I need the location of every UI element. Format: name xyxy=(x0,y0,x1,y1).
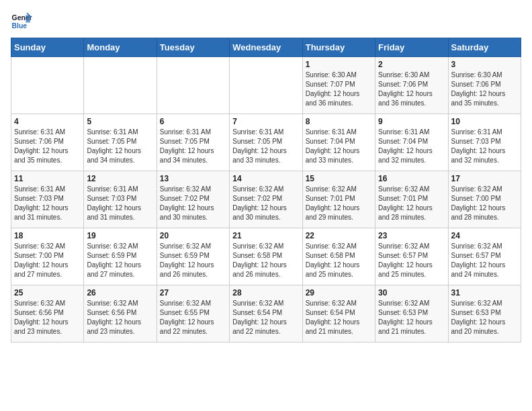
day-info: Sunrise: 6:32 AM Sunset: 6:59 PM Dayligh… xyxy=(87,242,153,279)
day-info: Sunrise: 6:32 AM Sunset: 6:56 PM Dayligh… xyxy=(87,299,153,336)
day-number: 24 xyxy=(451,231,518,240)
day-number: 22 xyxy=(306,231,372,240)
calendar-cell: 28Sunrise: 6:32 AM Sunset: 6:54 PM Dayli… xyxy=(230,285,302,342)
day-number: 26 xyxy=(87,288,153,298)
day-info: Sunrise: 6:31 AM Sunset: 7:05 PM Dayligh… xyxy=(87,128,153,165)
calendar-cell: 17Sunrise: 6:32 AM Sunset: 7:00 PM Dayli… xyxy=(448,171,521,228)
day-info: Sunrise: 6:31 AM Sunset: 7:06 PM Dayligh… xyxy=(14,128,81,165)
day-number: 15 xyxy=(306,174,372,183)
calendar-cell: 11Sunrise: 6:31 AM Sunset: 7:03 PM Dayli… xyxy=(11,171,84,228)
calendar-cell: 6Sunrise: 6:31 AM Sunset: 7:05 PM Daylig… xyxy=(157,114,229,171)
day-info: Sunrise: 6:31 AM Sunset: 7:05 PM Dayligh… xyxy=(160,128,226,165)
calendar-cell: 1Sunrise: 6:30 AM Sunset: 7:07 PM Daylig… xyxy=(302,57,375,114)
calendar-cell: 31Sunrise: 6:32 AM Sunset: 6:53 PM Dayli… xyxy=(448,285,521,342)
day-number: 8 xyxy=(306,117,372,126)
day-number: 12 xyxy=(87,174,153,183)
day-info: Sunrise: 6:32 AM Sunset: 7:01 PM Dayligh… xyxy=(378,185,445,222)
day-info: Sunrise: 6:32 AM Sunset: 6:53 PM Dayligh… xyxy=(451,299,518,336)
calendar-cell: 10Sunrise: 6:31 AM Sunset: 7:03 PM Dayli… xyxy=(448,114,521,171)
calendar-cell: 12Sunrise: 6:31 AM Sunset: 7:03 PM Dayli… xyxy=(84,171,157,228)
calendar-cell: 26Sunrise: 6:32 AM Sunset: 6:56 PM Dayli… xyxy=(84,285,157,342)
day-info: Sunrise: 6:32 AM Sunset: 6:58 PM Dayligh… xyxy=(232,242,299,279)
day-number: 28 xyxy=(232,288,299,298)
day-info: Sunrise: 6:32 AM Sunset: 7:00 PM Dayligh… xyxy=(451,185,518,222)
day-number: 4 xyxy=(14,117,81,126)
calendar-week-3: 11Sunrise: 6:31 AM Sunset: 7:03 PM Dayli… xyxy=(11,171,521,228)
calendar-week-5: 25Sunrise: 6:32 AM Sunset: 6:56 PM Dayli… xyxy=(11,285,521,342)
calendar-cell: 7Sunrise: 6:31 AM Sunset: 7:05 PM Daylig… xyxy=(230,114,302,171)
day-info: Sunrise: 6:32 AM Sunset: 6:57 PM Dayligh… xyxy=(378,242,445,279)
calendar-cell: 13Sunrise: 6:32 AM Sunset: 7:02 PM Dayli… xyxy=(157,171,229,228)
calendar-cell: 8Sunrise: 6:31 AM Sunset: 7:04 PM Daylig… xyxy=(302,114,375,171)
calendar-week-4: 18Sunrise: 6:32 AM Sunset: 7:00 PM Dayli… xyxy=(11,228,521,285)
day-info: Sunrise: 6:32 AM Sunset: 6:54 PM Dayligh… xyxy=(232,299,299,336)
weekday-header-sunday: Sunday xyxy=(11,38,84,57)
page-header: General Blue xyxy=(11,11,521,32)
calendar-cell: 20Sunrise: 6:32 AM Sunset: 6:59 PM Dayli… xyxy=(157,228,229,285)
calendar-cell xyxy=(157,57,229,114)
calendar-cell: 2Sunrise: 6:30 AM Sunset: 7:06 PM Daylig… xyxy=(375,57,448,114)
calendar-cell: 24Sunrise: 6:32 AM Sunset: 6:57 PM Dayli… xyxy=(448,228,521,285)
day-info: Sunrise: 6:32 AM Sunset: 6:55 PM Dayligh… xyxy=(160,299,226,336)
day-number: 9 xyxy=(378,117,445,126)
day-info: Sunrise: 6:32 AM Sunset: 7:02 PM Dayligh… xyxy=(160,185,226,222)
calendar-week-2: 4Sunrise: 6:31 AM Sunset: 7:06 PM Daylig… xyxy=(11,114,521,171)
day-number: 6 xyxy=(160,117,226,126)
day-number: 23 xyxy=(378,231,445,240)
day-info: Sunrise: 6:31 AM Sunset: 7:03 PM Dayligh… xyxy=(87,185,153,222)
weekday-header-monday: Monday xyxy=(84,38,157,57)
day-number: 13 xyxy=(160,174,226,183)
day-info: Sunrise: 6:32 AM Sunset: 7:00 PM Dayligh… xyxy=(14,242,81,279)
day-number: 21 xyxy=(232,231,299,240)
calendar-cell: 22Sunrise: 6:32 AM Sunset: 6:58 PM Dayli… xyxy=(302,228,375,285)
day-info: Sunrise: 6:32 AM Sunset: 6:59 PM Dayligh… xyxy=(160,242,226,279)
calendar-cell xyxy=(230,57,302,114)
calendar-cell: 16Sunrise: 6:32 AM Sunset: 7:01 PM Dayli… xyxy=(375,171,448,228)
calendar-table: SundayMondayTuesdayWednesdayThursdayFrid… xyxy=(11,38,521,342)
day-info: Sunrise: 6:32 AM Sunset: 6:54 PM Dayligh… xyxy=(306,299,372,336)
day-number: 16 xyxy=(378,174,445,183)
weekday-header-thursday: Thursday xyxy=(302,38,375,57)
calendar-cell: 15Sunrise: 6:32 AM Sunset: 7:01 PM Dayli… xyxy=(302,171,375,228)
calendar-cell: 4Sunrise: 6:31 AM Sunset: 7:06 PM Daylig… xyxy=(11,114,84,171)
day-info: Sunrise: 6:31 AM Sunset: 7:05 PM Dayligh… xyxy=(232,128,299,165)
calendar-header: SundayMondayTuesdayWednesdayThursdayFrid… xyxy=(11,38,521,57)
calendar-body: 1Sunrise: 6:30 AM Sunset: 7:07 PM Daylig… xyxy=(11,57,521,342)
day-info: Sunrise: 6:32 AM Sunset: 6:57 PM Dayligh… xyxy=(451,242,518,279)
calendar-cell: 25Sunrise: 6:32 AM Sunset: 6:56 PM Dayli… xyxy=(11,285,84,342)
day-info: Sunrise: 6:32 AM Sunset: 6:53 PM Dayligh… xyxy=(378,299,445,336)
day-number: 3 xyxy=(451,60,518,69)
day-number: 1 xyxy=(306,60,372,69)
weekday-header-saturday: Saturday xyxy=(448,38,521,57)
logo-icon: General Blue xyxy=(11,11,32,32)
day-number: 11 xyxy=(14,174,81,183)
calendar-cell: 21Sunrise: 6:32 AM Sunset: 6:58 PM Dayli… xyxy=(230,228,302,285)
day-number: 5 xyxy=(87,117,153,126)
calendar-cell: 23Sunrise: 6:32 AM Sunset: 6:57 PM Dayli… xyxy=(375,228,448,285)
day-number: 19 xyxy=(87,231,153,240)
day-number: 10 xyxy=(451,117,518,126)
day-info: Sunrise: 6:30 AM Sunset: 7:06 PM Dayligh… xyxy=(378,71,445,108)
day-info: Sunrise: 6:32 AM Sunset: 7:02 PM Dayligh… xyxy=(232,185,299,222)
calendar-cell: 19Sunrise: 6:32 AM Sunset: 6:59 PM Dayli… xyxy=(84,228,157,285)
day-number: 20 xyxy=(160,231,226,240)
day-info: Sunrise: 6:32 AM Sunset: 7:01 PM Dayligh… xyxy=(306,185,372,222)
calendar-cell: 27Sunrise: 6:32 AM Sunset: 6:55 PM Dayli… xyxy=(157,285,229,342)
calendar-cell: 14Sunrise: 6:32 AM Sunset: 7:02 PM Dayli… xyxy=(230,171,302,228)
day-info: Sunrise: 6:31 AM Sunset: 7:04 PM Dayligh… xyxy=(306,128,372,165)
weekday-header-wednesday: Wednesday xyxy=(230,38,302,57)
day-number: 27 xyxy=(160,288,226,298)
day-info: Sunrise: 6:31 AM Sunset: 7:04 PM Dayligh… xyxy=(378,128,445,165)
day-info: Sunrise: 6:32 AM Sunset: 6:58 PM Dayligh… xyxy=(306,242,372,279)
day-number: 17 xyxy=(451,174,518,183)
day-info: Sunrise: 6:31 AM Sunset: 7:03 PM Dayligh… xyxy=(14,185,81,222)
calendar-cell xyxy=(11,57,84,114)
calendar-cell: 18Sunrise: 6:32 AM Sunset: 7:00 PM Dayli… xyxy=(11,228,84,285)
calendar-week-1: 1Sunrise: 6:30 AM Sunset: 7:07 PM Daylig… xyxy=(11,57,521,114)
day-number: 18 xyxy=(14,231,81,240)
calendar-cell: 30Sunrise: 6:32 AM Sunset: 6:53 PM Dayli… xyxy=(375,285,448,342)
day-info: Sunrise: 6:30 AM Sunset: 7:07 PM Dayligh… xyxy=(306,71,372,108)
day-number: 30 xyxy=(378,288,445,298)
day-info: Sunrise: 6:32 AM Sunset: 6:56 PM Dayligh… xyxy=(14,299,81,336)
calendar-cell: 29Sunrise: 6:32 AM Sunset: 6:54 PM Dayli… xyxy=(302,285,375,342)
